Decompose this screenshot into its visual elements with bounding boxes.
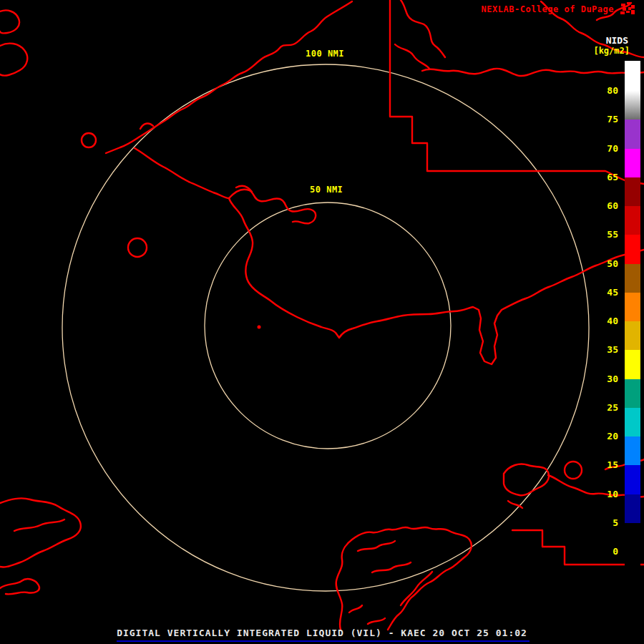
footer-rule — [117, 640, 530, 642]
lake-outline-east — [565, 462, 582, 479]
colorbar-tick-0: 0 — [585, 546, 618, 557]
colorbar-tick-30: 30 — [585, 374, 618, 385]
colorbar-segment-70-75 — [625, 119, 640, 148]
range-ring-label-100nmi: 100 NMI — [303, 49, 346, 59]
brand-text: NEXLAB-College of DuPage — [482, 4, 614, 14]
colorbar-tick-25: 25 — [585, 402, 618, 414]
colorbar-tick-5: 5 — [585, 517, 618, 529]
colorbar-segment-55-60 — [625, 206, 640, 235]
colorbar-tick-20: 20 — [585, 431, 618, 442]
nexlab-logo-icon — [620, 2, 635, 15]
colorbar-segment-30-35 — [625, 350, 640, 379]
lake-outline-west — [128, 238, 147, 257]
colorbar-segment-45-50 — [625, 264, 640, 293]
delta-south — [336, 527, 472, 630]
legend-title: NIDS — [606, 35, 628, 46]
colorbar-segment-50-55 — [625, 235, 640, 263]
coastline-central — [229, 198, 644, 364]
colorbar-segment-0-5 — [625, 523, 640, 552]
colorbar-tick-45: 45 — [585, 287, 618, 298]
colorbar-segment-25-30 — [625, 379, 640, 408]
radar-screen: NEXLAB-College of DuPage NIDS [kg/m2] 80… — [0, 0, 644, 644]
colorbar-tick-55: 55 — [585, 229, 618, 240]
colorbar-segment-65-70 — [625, 149, 640, 177]
features-east — [504, 459, 644, 508]
colorbar-tick-80: 80 — [585, 85, 618, 97]
product-title: DIGITAL VERTICALLY INTEGRATED LIQUID (VI… — [0, 628, 644, 638]
colorbar-segment-20-25 — [625, 408, 640, 436]
colorbar-segment-10-15 — [625, 465, 640, 494]
colorbar-tick-50: 50 — [585, 258, 618, 270]
colorbar-segment-40-45 — [625, 293, 640, 321]
colorbar-tick-75: 75 — [585, 114, 618, 125]
islands-west — [0, 10, 27, 75]
colorbar-tick-65: 65 — [585, 172, 618, 183]
coastline-inner-northwest — [135, 148, 316, 223]
colorbar-segment-35-40 — [625, 321, 640, 350]
range-ring-50nmi — [205, 203, 451, 449]
colorbar-segment->80 — [625, 61, 640, 91]
colorbar-tick-60: 60 — [585, 200, 618, 212]
colorbar-segment-60-65 — [625, 177, 640, 206]
coastline-northwest — [106, 1, 352, 153]
lake-outline-northwest — [82, 133, 96, 147]
colorbar-segment-15-20 — [625, 436, 640, 465]
legend-units: [kg/m2] — [593, 46, 630, 56]
colorbar — [625, 61, 640, 573]
radar-map — [0, 0, 644, 644]
colorbar-tick-40: 40 — [585, 316, 618, 327]
map-dot-center — [258, 326, 261, 329]
colorbar-tick-35: 35 — [585, 344, 618, 356]
colorbar-tick-15: 15 — [585, 459, 618, 471]
range-ring-label-50nmi: 50 NMI — [308, 185, 345, 195]
colorbar-segment-75-80 — [625, 91, 640, 119]
colorbar-segment-5-10 — [625, 494, 640, 523]
colorbar-tick-70: 70 — [585, 143, 618, 155]
colorbar-tick-10: 10 — [585, 489, 618, 500]
islands-southwest — [0, 498, 81, 594]
